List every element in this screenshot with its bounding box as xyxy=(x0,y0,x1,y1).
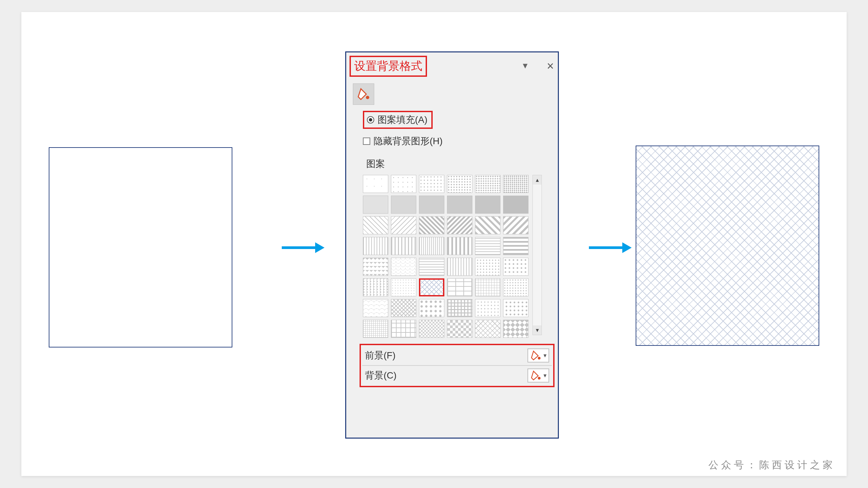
hide-background-checkbox[interactable]: 隐藏背景图形(H) xyxy=(363,133,555,150)
arrow-icon xyxy=(589,242,632,253)
pattern-swatch[interactable] xyxy=(391,320,416,338)
panel-menu-button[interactable]: ▼ xyxy=(521,61,529,70)
credit-text: 公众号：陈西设计之家 xyxy=(708,458,835,472)
background-label: 背景(C) xyxy=(365,369,397,382)
pattern-swatch[interactable] xyxy=(419,216,444,234)
pattern-swatch[interactable] xyxy=(419,258,444,276)
paint-bucket-icon xyxy=(530,350,541,361)
pattern-swatch[interactable] xyxy=(503,279,528,296)
pattern-swatch[interactable] xyxy=(391,175,416,193)
pattern-swatch[interactable] xyxy=(475,175,500,193)
pattern-section-label: 图案 xyxy=(346,150,558,175)
radio-icon xyxy=(367,116,374,124)
pattern-swatch[interactable] xyxy=(503,216,528,234)
pattern-swatch[interactable] xyxy=(475,237,500,255)
pattern-swatch[interactable] xyxy=(363,320,388,338)
pattern-swatch[interactable] xyxy=(503,175,528,193)
pattern-swatch[interactable] xyxy=(419,196,444,214)
fill-tab-icon[interactable] xyxy=(353,84,374,105)
pattern-swatch[interactable] xyxy=(447,279,472,296)
pattern-swatch[interactable] xyxy=(475,196,500,214)
checkbox-icon xyxy=(363,137,370,145)
svg-point-0 xyxy=(366,96,369,99)
pattern-swatch[interactable] xyxy=(447,216,472,234)
dropdown-icon: ▾ xyxy=(544,372,547,379)
pattern-swatch[interactable] xyxy=(419,175,444,193)
pattern-swatch[interactable] xyxy=(503,258,528,276)
hide-background-label: 隐藏背景图形(H) xyxy=(374,135,443,148)
pattern-swatch[interactable] xyxy=(363,216,388,234)
dropdown-icon: ▾ xyxy=(544,352,547,359)
pattern-swatch-area: ▴ ▾ xyxy=(346,175,558,338)
foreground-label: 前景(F) xyxy=(365,349,396,362)
pattern-swatch[interactable] xyxy=(503,299,528,317)
format-background-panel: 设置背景格式 ▼ × 图案填充(A) 隐藏背景图形(H) 图案 xyxy=(345,52,559,438)
pattern-swatch[interactable] xyxy=(391,216,416,234)
pattern-swatch[interactable] xyxy=(475,258,500,276)
pattern-swatch[interactable] xyxy=(475,320,500,338)
panel-header: 设置背景格式 ▼ × xyxy=(346,53,558,78)
close-icon[interactable]: × xyxy=(547,59,554,73)
scroll-up-button[interactable]: ▴ xyxy=(533,175,541,185)
pattern-swatch[interactable] xyxy=(419,320,444,338)
pattern-swatch[interactable] xyxy=(363,279,388,296)
pattern-swatch[interactable] xyxy=(419,299,444,317)
pattern-swatch[interactable] xyxy=(363,175,388,193)
pattern-swatch[interactable] xyxy=(391,237,416,255)
pattern-swatch[interactable] xyxy=(419,237,444,255)
pattern-swatch[interactable] xyxy=(363,237,388,255)
pattern-swatch[interactable] xyxy=(391,279,416,296)
paint-bucket-icon xyxy=(530,370,541,381)
after-square xyxy=(636,145,819,346)
pattern-swatch[interactable] xyxy=(391,196,416,214)
pattern-swatch[interactable] xyxy=(503,237,528,255)
pattern-swatch[interactable] xyxy=(447,196,472,214)
pattern-fill-radio[interactable]: 图案填充(A) xyxy=(363,111,433,129)
before-square xyxy=(49,147,232,348)
fill-options: 图案填充(A) 隐藏背景图形(H) xyxy=(346,108,558,150)
pattern-swatch[interactable] xyxy=(503,320,528,338)
foreground-color-button[interactable]: ▾ xyxy=(527,349,549,362)
pattern-swatch[interactable] xyxy=(363,258,388,276)
pattern-swatch[interactable] xyxy=(475,299,500,317)
background-color-button[interactable]: ▾ xyxy=(527,368,549,383)
pattern-swatch[interactable] xyxy=(475,279,500,296)
pattern-swatch[interactable] xyxy=(447,320,472,338)
pattern-swatch-grid xyxy=(363,175,528,338)
pattern-swatch[interactable] xyxy=(447,237,472,255)
svg-point-2 xyxy=(538,377,540,380)
pattern-swatch[interactable] xyxy=(503,196,528,214)
color-rows-group: 前景(F) ▾ 背景(C) ▾ xyxy=(360,344,555,387)
slide-canvas: 设置背景格式 ▼ × 图案填充(A) 隐藏背景图形(H) 图案 xyxy=(21,12,847,476)
pattern-swatch[interactable] xyxy=(447,175,472,193)
pattern-swatch[interactable] xyxy=(391,258,416,276)
panel-scrollbar[interactable]: ▴ ▾ xyxy=(532,175,542,335)
arrow-icon xyxy=(282,242,324,253)
background-color-row: 背景(C) ▾ xyxy=(362,365,552,385)
svg-point-1 xyxy=(538,357,540,359)
pattern-swatch[interactable] xyxy=(391,299,416,317)
scroll-down-button[interactable]: ▾ xyxy=(533,325,541,335)
panel-title: 设置背景格式 xyxy=(349,56,427,77)
pattern-swatch[interactable] xyxy=(447,299,472,317)
pattern-swatch[interactable] xyxy=(363,196,388,214)
pattern-swatch-selected[interactable] xyxy=(419,279,444,296)
pattern-swatch[interactable] xyxy=(363,299,388,317)
pattern-swatch[interactable] xyxy=(475,216,500,234)
pattern-swatch[interactable] xyxy=(447,258,472,276)
foreground-color-row: 前景(F) ▾ xyxy=(362,346,552,365)
pattern-fill-label: 图案填充(A) xyxy=(378,113,427,126)
